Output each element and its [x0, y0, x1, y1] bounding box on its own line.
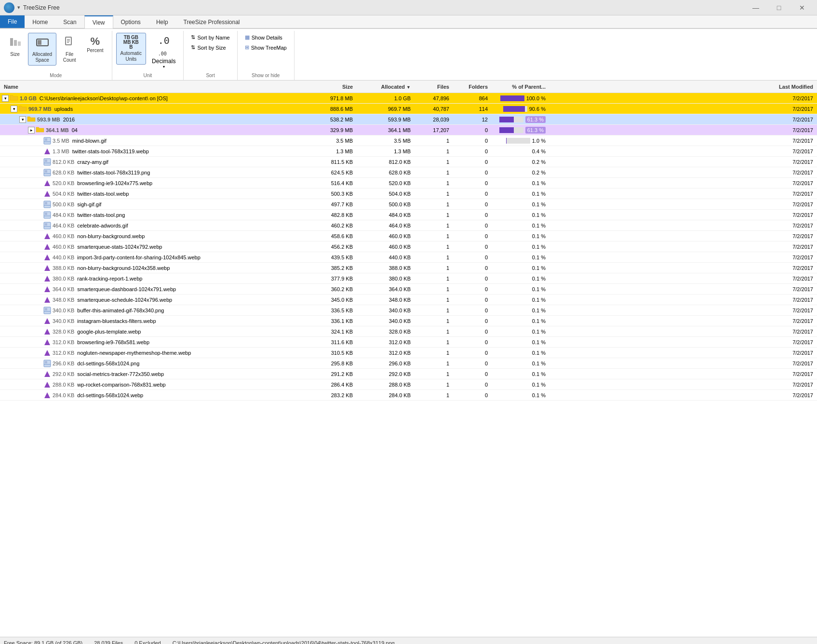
status-bar: Free Space: 89.1 GB (of 226 GB) 28,039 F…: [0, 637, 817, 644]
sort-by-name-button[interactable]: ⇅ Sort by Name: [188, 33, 233, 42]
table-row[interactable]: 520.0 KB browserling-ie9-1024x775.webp 5…: [0, 178, 817, 188]
menu-tabs: File Home Scan View Options Help TreeSiz…: [0, 15, 817, 29]
table-row[interactable]: 440.0 KB import-3rd-party-content-for-sh…: [0, 252, 817, 263]
size-badge: 628.0 KB: [53, 170, 74, 175]
table-row[interactable]: 460.0 KB smarterqueue-stats-1024x792.web…: [0, 242, 817, 252]
expand-button[interactable]: ▸: [28, 127, 35, 134]
auto-units-button[interactable]: TBGB MBKB B Automatic Units: [116, 33, 146, 65]
table-row[interactable]: 348.0 KB smarterqueue-schedule-1024x796.…: [0, 295, 817, 305]
cell-name: 380.0 KB rank-tracking-report-1.webp: [0, 275, 308, 282]
file-icon: [43, 137, 51, 145]
cell-size: 329.9 MB: [308, 127, 357, 133]
cell-size: 971.8 MB: [308, 95, 357, 101]
col-header-percent[interactable]: % of Parent...: [492, 84, 549, 90]
table-row[interactable]: 500.0 KB sigh-gif.gif 497.7 KB 500.0 KB …: [0, 199, 817, 210]
cell-folders: 0: [453, 297, 492, 303]
table-row[interactable]: 364.0 KB smarterqueue-dashboard-1024x791…: [0, 284, 817, 295]
sort-buttons: ⇅ Sort by Name ⇅ Sort by Size: [188, 33, 233, 52]
minimize-button[interactable]: —: [745, 0, 767, 15]
close-button[interactable]: ✕: [791, 0, 813, 15]
percent-value: 0.1 %: [532, 308, 546, 313]
table-row[interactable]: 328.0 KB google-plus-template.webp 324.1…: [0, 326, 817, 337]
size-button[interactable]: Size: [4, 33, 26, 60]
table-row[interactable]: 388.0 KB non-blurry-background-1024x358.…: [0, 263, 817, 273]
cell-modified: 7/2/2017: [549, 170, 817, 175]
table-row[interactable]: ▸ 364.1 MB 04 329.9 MB 364.1 MB 17,207 0…: [0, 125, 817, 135]
size-badge: 340.0 KB: [53, 308, 74, 313]
table-row[interactable]: ▾ 593.9 MB 2016 538.2 MB 593.9 MB 28,039…: [0, 114, 817, 125]
cell-percent: 0.1 %: [492, 297, 549, 303]
tab-home[interactable]: Home: [25, 16, 55, 28]
table-row[interactable]: 284.0 KB dcl-settings-568x1024.webp 283.…: [0, 390, 817, 401]
table-row[interactable]: 340.0 KB instagram-bluestacks-filters.we…: [0, 316, 817, 326]
table-row[interactable]: 460.0 KB non-blurry-background.webp 458.…: [0, 231, 817, 242]
allocated-button[interactable]: Allocated Space: [28, 33, 56, 66]
tab-treesize-professional[interactable]: TreeSize Professional: [176, 16, 248, 28]
table-row[interactable]: ▾ 969.7 MB uploads 888.6 MB 969.7 MB 40,…: [0, 104, 817, 114]
size-badge: 460.0 KB: [53, 233, 74, 239]
expand-button[interactable]: ▾: [11, 106, 17, 112]
tree-container[interactable]: ▾ 1.0 GB C:\Users\brianleejackson\Deskto…: [0, 93, 817, 637]
table-row[interactable]: 484.0 KB twitter-stats-tool.png 482.8 KB…: [0, 210, 817, 220]
sort-group-title: Sort: [206, 71, 214, 78]
col-header-folders[interactable]: Folders: [453, 84, 492, 90]
cell-size: 345.0 KB: [308, 297, 357, 303]
file-icon: [43, 179, 51, 187]
table-row[interactable]: 812.0 KB crazy-amy.gif 811.5 KB 812.0 KB…: [0, 157, 817, 167]
cell-name: 312.0 KB nogluten-newspaper-mythemeshop-…: [0, 349, 308, 357]
show-details-button[interactable]: ▦ Show Details: [241, 33, 286, 42]
tab-help[interactable]: Help: [148, 16, 176, 28]
size-label: Size: [10, 52, 19, 57]
col-header-name[interactable]: Name: [0, 84, 308, 90]
tab-scan[interactable]: Scan: [55, 16, 84, 28]
cell-allocated: 312.0 KB: [357, 339, 415, 345]
table-row[interactable]: ▾ 1.0 GB C:\Users\brianleejackson\Deskto…: [0, 93, 817, 104]
tab-file[interactable]: File: [0, 15, 25, 28]
cell-size: 516.4 KB: [308, 180, 357, 186]
percent-value: 1.0 %: [532, 138, 546, 144]
cell-percent: 0.1 %: [492, 329, 549, 335]
table-row[interactable]: 292.0 KB social-metrics-tracker-772x350.…: [0, 369, 817, 379]
maximize-button[interactable]: □: [768, 0, 790, 15]
svg-marker-42: [44, 339, 50, 345]
expand-button[interactable]: ▾: [19, 116, 26, 123]
table-row[interactable]: 464.0 KB celebrate-adwords.gif 460.2 KB …: [0, 220, 817, 231]
table-row[interactable]: 312.0 KB nogluten-newspaper-mythemeshop-…: [0, 348, 817, 358]
col-header-size[interactable]: Size: [308, 84, 357, 90]
cell-size: 460.2 KB: [308, 223, 357, 228]
cell-size: 286.4 KB: [308, 382, 357, 388]
col-header-files[interactable]: Files: [415, 84, 453, 90]
table-row[interactable]: 1.3 MB twitter-stats-tool-768x3119.webp …: [0, 146, 817, 157]
col-header-modified[interactable]: Last Modified: [549, 84, 817, 90]
table-row[interactable]: 504.0 KB twitter-stats-tool.webp 500.3 K…: [0, 188, 817, 199]
percent-value: 0.1 %: [532, 201, 546, 207]
window-controls: — □ ✕: [745, 0, 813, 15]
cell-files: 1: [415, 191, 453, 197]
svg-rect-22: [45, 202, 47, 204]
main-area: Name Size Allocated ▼ Files Folders % of…: [0, 80, 817, 637]
cell-files: 1: [415, 308, 453, 313]
cell-percent: 0.1 %: [492, 286, 549, 292]
percent-value: 0.1 %: [532, 255, 546, 260]
file-count-button[interactable]: File Count: [58, 33, 80, 66]
col-header-allocated[interactable]: Allocated ▼: [357, 84, 415, 90]
show-treemap-button[interactable]: ⊞ Show TreeMap: [241, 43, 290, 52]
table-row[interactable]: 288.0 KB wp-rocket-comparison-768x831.we…: [0, 379, 817, 390]
decimals-button[interactable]: .0.00 Decimals ▾: [148, 33, 179, 71]
system-menu-arrow[interactable]: ▾: [17, 4, 20, 11]
table-row[interactable]: 3.5 MB mind-blown.gif 3.5 MB 3.5 MB 1 0 …: [0, 135, 817, 146]
table-row[interactable]: 340.0 KB buffer-this-animated-gif-768x34…: [0, 305, 817, 316]
tab-options[interactable]: Options: [113, 16, 148, 28]
table-row[interactable]: 380.0 KB rank-tracking-report-1.webp 377…: [0, 273, 817, 284]
tab-view[interactable]: View: [84, 15, 113, 28]
size-badge: 1.3 MB: [53, 148, 69, 154]
cell-folders: 0: [453, 148, 492, 154]
table-row[interactable]: 312.0 KB browserling-ie9-768x581.webp 31…: [0, 337, 817, 348]
table-row[interactable]: 628.0 KB twitter-stats-tool-768x3119.png…: [0, 167, 817, 178]
expand-button[interactable]: ▾: [2, 95, 9, 102]
cell-name: 460.0 KB non-blurry-background.webp: [0, 232, 308, 240]
table-row[interactable]: 296.0 KB dcl-settings-568x1024.png 295.8…: [0, 358, 817, 369]
sort-by-size-button[interactable]: ⇅ Sort by Size: [188, 43, 229, 52]
percent-button[interactable]: % Percent: [82, 33, 107, 56]
cell-files: 1: [415, 255, 453, 260]
